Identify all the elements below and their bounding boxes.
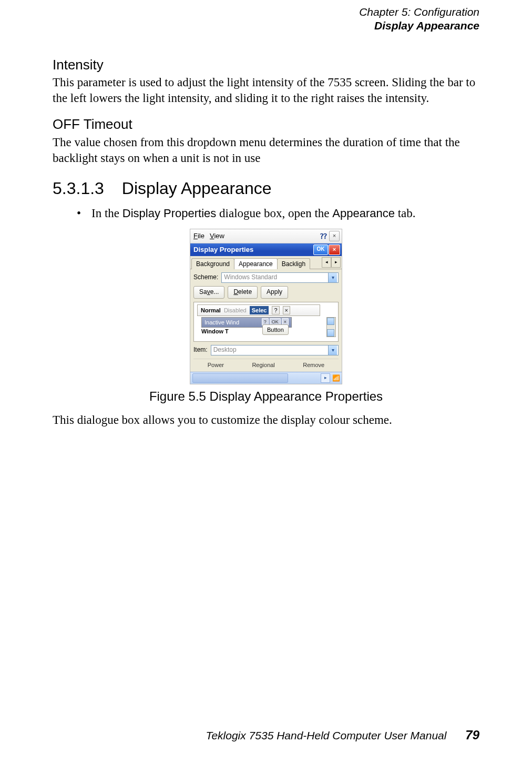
section-5313-heading: 5.3.1.3Display Appearance — [53, 178, 479, 200]
dialog-titlebar: Display Properties OK × — [190, 243, 342, 256]
dialog-ok-button[interactable]: OK — [313, 245, 328, 255]
taskbar-active-task[interactable] — [192, 373, 288, 383]
appearance-ref: Appearance — [332, 207, 395, 220]
power-icon-label[interactable]: Power — [208, 361, 224, 369]
page-footer: Teklogix 7535 Hand-Held Computer User Ma… — [206, 727, 479, 743]
scheme-dropdown[interactable]: Windows Standard — [221, 272, 339, 283]
footer-manual-title: Teklogix 7535 Hand-Held Computer User Ma… — [206, 729, 446, 741]
apply-button[interactable]: Apply — [261, 286, 288, 299]
preview-button: Button — [262, 324, 289, 335]
taskbar: ▸ 📶 — [190, 372, 342, 384]
item-dropdown[interactable]: Desktop — [211, 345, 339, 355]
tabs-scroll-right-icon[interactable]: ▸ — [331, 257, 341, 268]
delete-button[interactable]: Delete — [228, 286, 258, 299]
regional-icon-label[interactable]: Regional — [252, 361, 274, 369]
tabs-scroll-left-icon[interactable]: ◂ — [322, 257, 331, 268]
intensity-text: This parameter is used to adjust the lig… — [53, 75, 479, 106]
window-close-icon[interactable]: × — [329, 231, 340, 241]
menu-view[interactable]: View — [210, 232, 224, 241]
tab-appearance[interactable]: Appearance — [234, 258, 278, 270]
bullet-dot: • — [77, 206, 91, 221]
preview-help-icon: ? — [272, 306, 279, 314]
remove-icon-label[interactable]: Remove — [303, 361, 324, 369]
appearance-panel: Scheme: Windows Standard Save... Delete … — [190, 269, 342, 372]
scheme-preview: Normal Disabled Selec ? × Inactive Wind … — [193, 302, 339, 342]
tab-backlight[interactable]: Backligh — [277, 258, 310, 270]
intensity-heading: Intensity — [53, 56, 479, 74]
figure-caption: Figure 5.5 Display Appearance Properties — [53, 388, 479, 404]
figure-5-5: File View ⁇ × Display Properties OK × Ba… — [53, 229, 479, 387]
help-icon[interactable]: ⁇ — [320, 231, 327, 241]
save-button[interactable]: Save... — [193, 286, 224, 299]
menubar: File View ⁇ × — [190, 229, 342, 243]
item-label: Item: — [193, 346, 208, 354]
dialog-close-button[interactable]: × — [329, 245, 340, 255]
dialog-tabs: Background Appearance Backligh ◂ ▸ — [190, 256, 342, 269]
section-title: Display Appearance — [122, 179, 272, 198]
preview-normal-bar: Normal Disabled Selec ? × — [197, 304, 320, 316]
tab-background[interactable]: Background — [191, 258, 234, 270]
page-header: Chapter 5: Configuration Display Appeara… — [53, 5, 479, 33]
closing-paragraph: This dialogue box allows you to customiz… — [53, 412, 479, 428]
dialog-title: Display Properties — [193, 246, 253, 255]
display-properties-screenshot: File View ⁇ × Display Properties OK × Ba… — [190, 229, 342, 384]
off-timeout-heading: OFF Timeout — [53, 116, 479, 134]
control-panel-icons: Power Regional Remove — [193, 359, 339, 369]
section-number: 5.3.1.3 — [53, 178, 104, 200]
menu-file[interactable]: File — [193, 232, 204, 241]
footer-page-number: 79 — [465, 728, 479, 742]
preview-close-icon: × — [283, 306, 290, 314]
display-properties-ref: Display Properties — [122, 207, 217, 220]
header-chapter: Chapter 5: Configuration — [53, 5, 479, 19]
taskbar-scroll-icon[interactable]: ▸ — [321, 373, 330, 383]
scheme-label: Scheme: — [193, 273, 218, 282]
bullet-open-appearance: •In the Display Properties dialogue box,… — [77, 206, 479, 221]
preview-window-text: Window T — [201, 328, 229, 335]
tray-network-icon[interactable]: 📶 — [331, 374, 341, 382]
off-timeout-text: The value chosen from this dropdown menu… — [53, 135, 479, 166]
header-section: Display Appearance — [53, 19, 479, 33]
preview-scrollbar — [326, 317, 336, 337]
